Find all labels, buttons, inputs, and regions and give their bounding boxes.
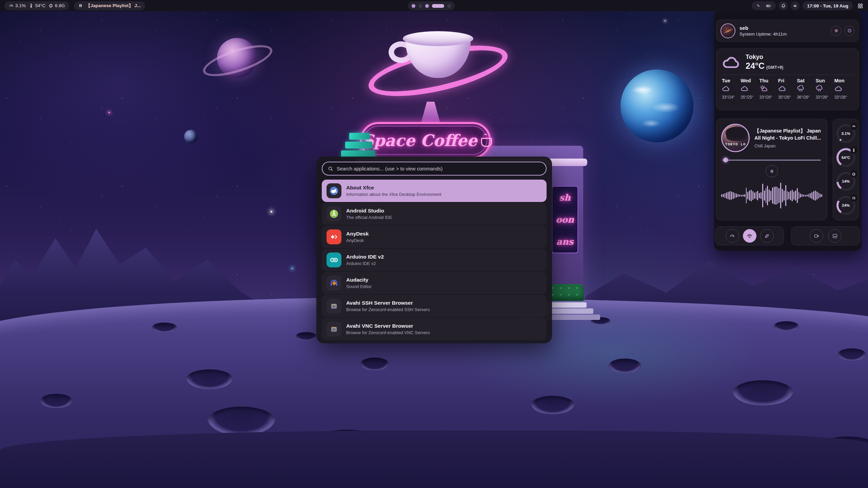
app-item-avahi-vnc[interactable]: Avahi VNC Server Browser Browse for Zero…: [322, 318, 547, 340]
temp-gauge: 54°C: [836, 148, 855, 167]
avahi-vnc-icon: [327, 322, 341, 337]
balanced-mode-button[interactable]: [743, 229, 756, 243]
workspace-dot-4[interactable]: [432, 4, 444, 8]
audio-visualizer: [721, 179, 822, 212]
forecast-day: Fri 35°/26°: [778, 78, 797, 100]
clock[interactable]: 17:09 - Tue, 19 Aug: [803, 1, 853, 10]
app-grid-button[interactable]: [856, 1, 865, 10]
app-title: About Xfce: [346, 184, 441, 191]
earth-planet: [620, 69, 693, 142]
workspace-dot-2[interactable]: [418, 4, 422, 8]
storm-icon: [815, 85, 834, 93]
chip-icon: [48, 3, 53, 8]
audacity-icon: [327, 276, 341, 290]
day-label: Thu: [760, 78, 778, 83]
cloud-icon: [741, 85, 759, 93]
screen-record-button[interactable]: [810, 229, 823, 243]
app-launcher: About Xfce Information about the Xfce De…: [316, 157, 552, 343]
power-button[interactable]: [844, 26, 854, 36]
app-item-anydesk[interactable]: AnyDesk AnyDesk: [322, 226, 547, 248]
app-title: Audacity: [346, 276, 372, 284]
gauge-icon: [850, 123, 857, 130]
day-temps: 36°/26°: [797, 95, 815, 100]
bright-star: [271, 211, 272, 212]
performance-mode-button[interactable]: [726, 229, 739, 243]
camera-icon: [814, 233, 820, 239]
crater: [296, 332, 317, 340]
username: seb: [739, 25, 787, 31]
workspace-dot-1[interactable]: [412, 4, 415, 8]
crater: [531, 396, 575, 414]
powersave-mode-button[interactable]: [760, 229, 774, 243]
seek-handle[interactable]: [723, 158, 728, 162]
workspace-indicator: [408, 1, 455, 10]
temp-value: 54°C: [35, 3, 45, 8]
avahi-ssh-icon: [327, 299, 341, 313]
day-temps: 33°/24°: [722, 95, 741, 100]
day-label: Wed: [741, 78, 759, 83]
app-subtitle: Browse for Zeroconf-enabled SSH Servers: [346, 307, 430, 313]
day-temps: 33°/26°: [815, 95, 834, 100]
app-subtitle: Information about the Xfce Desktop Envir…: [346, 192, 441, 198]
app-item-audacity[interactable]: Audacity Sound Editor: [322, 272, 547, 294]
pause-icon: [770, 169, 774, 174]
seek-track: [723, 160, 821, 161]
album-art: TOKYO LO: [721, 124, 750, 152]
workspace-dot-3[interactable]: [425, 4, 429, 8]
neon-cup-icon: [481, 135, 489, 145]
forecast-row: Tue 33°/24° Wed 35°/25° Thu 33°/26° Fri …: [722, 78, 853, 100]
crater: [40, 394, 73, 408]
app-title: Android Studio: [346, 207, 392, 215]
search-input[interactable]: [337, 166, 540, 171]
play-pause-button[interactable]: [766, 165, 778, 177]
crater: [837, 348, 866, 361]
neon-fragment: sh: [559, 192, 571, 203]
sign-inner-ring: [364, 126, 487, 155]
forecast-day: Mon 33°/26°: [834, 78, 853, 100]
seek-bar[interactable]: [723, 158, 821, 162]
connectivity-pill[interactable]: [752, 1, 776, 10]
crater: [774, 321, 799, 331]
capture-buttons-card: [791, 226, 860, 245]
app-item-arduino[interactable]: Arduino IDE v2 Arduino IDE v2: [322, 249, 547, 271]
weather-card: Tokyo 24°C(GMT+9) Tue 33°/24° Wed 35°/25…: [716, 48, 859, 110]
crater: [208, 407, 275, 435]
top-bar: 3.1% 54°C 6.8G 【Japanese Playlist】 J...: [0, 0, 868, 11]
weather-timezone: (GMT+9): [766, 65, 783, 70]
scales-icon: [747, 233, 752, 239]
search-icon: [328, 166, 333, 171]
settings-button[interactable]: [831, 26, 841, 36]
system-gauges-card: 3.1% 54°C 14% 24%: [833, 119, 859, 220]
coffee-cup-lip: [403, 31, 473, 46]
rain-icon: [797, 85, 815, 93]
day-temps: 33°/26°: [834, 95, 853, 100]
app-item-about-xfce[interactable]: About Xfce Information about the Xfce De…: [322, 180, 547, 202]
workspace-dot-5[interactable]: [447, 4, 451, 8]
app-item-avahi-ssh[interactable]: Avahi SSH Server Browser Browse for Zero…: [322, 295, 547, 317]
forecast-day: Sun 33°/26°: [815, 78, 834, 100]
system-stats-pill[interactable]: 3.1% 54°C 6.8G: [4, 1, 69, 10]
crater: [732, 380, 793, 405]
track-title: 【Japanese Playlist】 Japan All Night - To…: [754, 127, 822, 142]
disk-icon: [850, 195, 857, 202]
xfce-icon: [327, 183, 341, 198]
cpu-stat: 3.1%: [9, 3, 26, 8]
arduino-icon: [327, 252, 341, 267]
temp-stat: 54°C: [29, 3, 45, 8]
now-playing-chip[interactable]: 【Japanese Playlist】 J...: [74, 1, 145, 10]
app-title: Avahi VNC Server Browser: [346, 322, 430, 330]
neon-fragment: ans: [556, 237, 573, 247]
app-title: AnyDesk: [346, 230, 369, 238]
notifications-button[interactable]: [779, 1, 788, 10]
app-subtitle: Arduino IDE v2: [346, 261, 384, 267]
bright-star: [108, 112, 110, 113]
pause-icon: [78, 3, 83, 8]
avatar: [721, 23, 735, 38]
forecast-day: Thu 33°/26°: [760, 78, 778, 100]
battery-icon: [766, 3, 771, 8]
track-artist: Chill Japan.: [754, 144, 822, 148]
app-item-android-studio[interactable]: Android Studio The official Android IDE: [322, 203, 547, 225]
gear-icon: [834, 28, 839, 33]
volume-button[interactable]: [791, 1, 800, 10]
screenshot-button[interactable]: [828, 229, 842, 243]
